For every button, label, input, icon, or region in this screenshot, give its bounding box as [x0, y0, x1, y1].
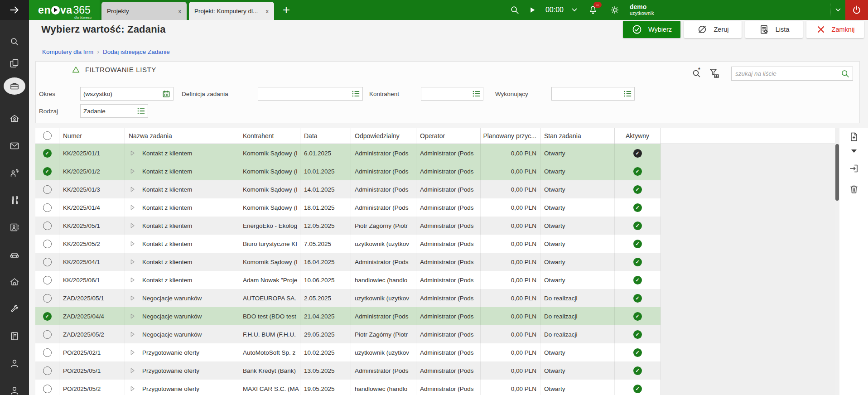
sidebar-item-search[interactable]: [0, 32, 29, 52]
breadcrumb-link-project[interactable]: Komputery dla firm: [42, 48, 93, 55]
filter-input[interactable]: [81, 87, 162, 100]
sidebar-item-home[interactable]: [0, 272, 29, 292]
row-select-circle[interactable]: [43, 330, 52, 339]
topbar-tab[interactable]: Projekt: Komputery dl...x: [189, 2, 274, 20]
play-icon[interactable]: [129, 313, 136, 320]
table-row[interactable]: ✓KK/2025/01/1Kontakt z klientemKomornik …: [35, 144, 835, 162]
row-selected-check-icon[interactable]: ✓: [43, 167, 52, 176]
sidebar-item-documents[interactable]: [0, 53, 29, 73]
row-selected-check-icon[interactable]: ✓: [43, 312, 52, 321]
table-row[interactable]: KK/2025/01/3Kontakt z klientemKomornik S…: [35, 180, 835, 198]
list-search-input[interactable]: [732, 67, 840, 80]
cell-sel[interactable]: [35, 180, 59, 198]
sidebar-item-vehicles[interactable]: [0, 245, 29, 265]
sidebar-item-tools[interactable]: [0, 190, 29, 210]
play-icon[interactable]: [129, 240, 136, 247]
list-picker-icon[interactable]: [472, 90, 481, 98]
open-record-button[interactable]: [839, 163, 868, 174]
filter-input[interactable]: [552, 87, 623, 100]
breadcrumb-link-current[interactable]: Dodaj istniejące Zadanie: [103, 48, 170, 55]
row-select-circle[interactable]: [43, 240, 52, 248]
cell-sel[interactable]: [35, 325, 59, 343]
sidebar-item-workstation[interactable]: [0, 163, 29, 183]
table-row[interactable]: KK/2025/04/1Kontakt z klientemKomornik S…: [35, 253, 835, 271]
play-icon[interactable]: [129, 258, 136, 265]
table-row[interactable]: KK/2025/05/2Kontakt z klientemBiuro tury…: [35, 235, 835, 253]
play-icon[interactable]: [526, 0, 539, 20]
sidebar-item-service[interactable]: [0, 299, 29, 319]
row-select-circle[interactable]: [43, 348, 52, 357]
cell-sel[interactable]: [35, 343, 59, 361]
search-icon[interactable]: [840, 69, 850, 78]
cell-sel[interactable]: ✓: [35, 162, 59, 180]
global-search-icon[interactable]: [506, 0, 523, 20]
filter-panel-header[interactable]: FILTROWANIE LISTY: [72, 66, 156, 73]
cell-sel[interactable]: [35, 253, 59, 271]
cell-sel[interactable]: [35, 361, 59, 380]
row-select-circle[interactable]: [43, 222, 52, 230]
sidebar-item-notebook[interactable]: [0, 326, 29, 346]
user-menu[interactable]: demo uzytkownik: [630, 0, 654, 20]
table-row[interactable]: PO/2025/05/2Przygotowanie ofertyMAXI CAR…: [35, 380, 835, 395]
cell-sel[interactable]: [35, 217, 59, 235]
play-icon[interactable]: [129, 294, 136, 302]
play-icon[interactable]: [129, 222, 136, 229]
table-row[interactable]: PO/2025/05/1Przygotowanie ofertyBank Kre…: [35, 361, 835, 380]
cell-sel[interactable]: [35, 271, 59, 289]
play-icon[interactable]: [129, 367, 136, 374]
filter-input[interactable]: [258, 87, 351, 100]
logout-power-button[interactable]: [845, 0, 868, 20]
wybierz-button[interactable]: Wybierz: [623, 21, 680, 38]
row-select-circle[interactable]: [43, 366, 52, 375]
select-all-header[interactable]: [35, 128, 59, 144]
settings-gear-icon[interactable]: [608, 0, 622, 20]
play-icon[interactable]: [129, 349, 136, 356]
cell-sel[interactable]: [35, 380, 59, 395]
tab-close-icon[interactable]: x: [266, 8, 269, 14]
tab-close-icon[interactable]: x: [178, 8, 182, 14]
table-row[interactable]: ZAD/2025/05/2Negocjacje warunkówF.H.U. B…: [35, 325, 835, 343]
table-row[interactable]: ZAD/2025/05/1Negocjacje warunkówAUTOEURO…: [35, 289, 835, 307]
table-row[interactable]: KK/2025/06/1Kontakt z klientemAdam Nowak…: [35, 271, 835, 289]
advanced-search-icon[interactable]: *: [691, 67, 702, 79]
power-chevron-down-icon[interactable]: [833, 0, 844, 20]
play-icon[interactable]: [129, 168, 136, 175]
sidebar-item-mail[interactable]: [0, 136, 29, 156]
topbar-tab[interactable]: Projektyx: [101, 2, 187, 20]
row-select-circle[interactable]: [43, 258, 52, 266]
add-document-button[interactable]: [839, 131, 868, 142]
table-row[interactable]: ✓KK/2025/01/2Kontakt z klientemKomornik …: [35, 162, 835, 180]
row-selected-check-icon[interactable]: ✓: [43, 149, 52, 158]
list-picker-icon[interactable]: [351, 90, 360, 98]
scrollbar-thumb[interactable]: [835, 144, 839, 201]
list-picker-icon[interactable]: [136, 107, 145, 115]
calendar-icon[interactable]: [162, 89, 171, 98]
row-select-circle[interactable]: [43, 276, 52, 284]
cell-sel[interactable]: ✓: [35, 307, 59, 325]
sidebar-item-contact-card[interactable]: [0, 217, 29, 237]
cell-sel[interactable]: [35, 235, 59, 253]
timer-display[interactable]: 00:00: [542, 0, 567, 20]
table-row[interactable]: PO/2025/02/1Przygotowanie ofertyAutoMoto…: [35, 343, 835, 361]
chevron-down-button[interactable]: [839, 149, 868, 153]
filter-input[interactable]: [421, 87, 472, 100]
sidebar-item-profile[interactable]: [0, 381, 29, 395]
filter-settings-funnel-icon[interactable]: [709, 67, 720, 79]
play-icon[interactable]: [129, 204, 136, 211]
zamknij-button[interactable]: Zamknij: [806, 21, 864, 38]
row-select-circle[interactable]: [43, 294, 52, 303]
play-icon[interactable]: [129, 149, 136, 157]
row-select-circle[interactable]: [43, 203, 52, 212]
enova365-logo[interactable]: enva365 dla biznesu: [29, 0, 100, 20]
play-icon[interactable]: [129, 385, 136, 392]
row-select-circle[interactable]: [43, 385, 52, 393]
zeruj-button[interactable]: Zeruj: [684, 21, 742, 38]
table-row[interactable]: KK/2025/05/1Kontakt z klientemEnergoEko …: [35, 217, 835, 235]
timer-chevron-down-icon[interactable]: [570, 0, 579, 20]
table-row[interactable]: ✓ZAD/2025/04/4Negocjacje warunkówBDO tes…: [35, 307, 835, 325]
row-select-circle[interactable]: [43, 185, 52, 194]
vertical-scrollbar[interactable]: [835, 128, 839, 395]
notifications-bell-icon[interactable]: ...: [586, 0, 600, 20]
sidebar-item-user[interactable]: [0, 353, 29, 373]
play-icon[interactable]: [129, 331, 136, 338]
